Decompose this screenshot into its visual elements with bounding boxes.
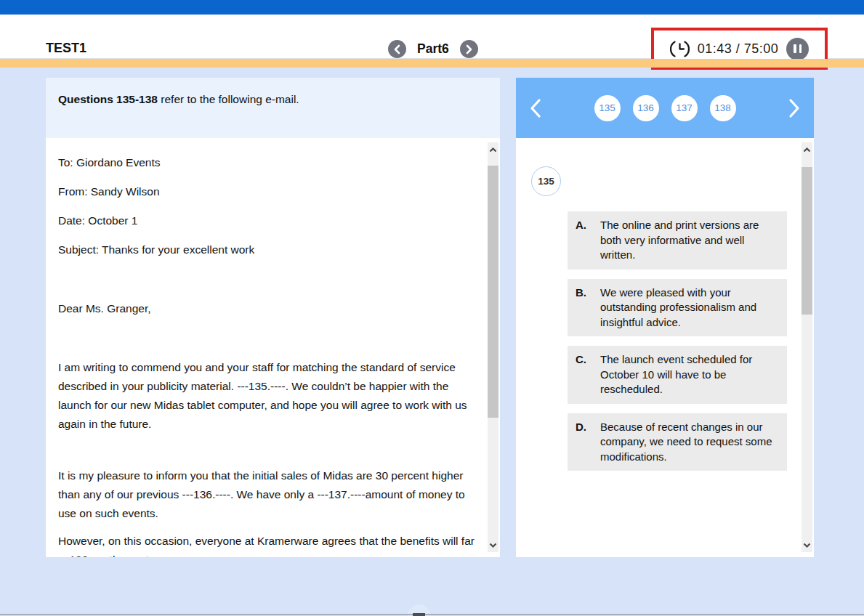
answer-option-d[interactable]: D. Because of recent changes in our comp… xyxy=(568,413,787,471)
email-paragraph: I am writing to commend you and your sta… xyxy=(58,358,475,434)
scrollbar-thumb[interactable] xyxy=(488,166,498,418)
option-letter: B. xyxy=(576,285,600,331)
previous-part-button[interactable] xyxy=(388,40,406,58)
current-question-badge: 135 xyxy=(531,166,561,196)
chevron-left-icon xyxy=(529,98,542,118)
answer-options: A. The online and print versions are bot… xyxy=(568,211,787,480)
email-paragraph: It is my pleasure to inform you that the… xyxy=(58,466,475,523)
passage-panel: Questions 135-138 refer to the following… xyxy=(46,78,500,557)
passage-title-questions-range: Questions 135-138 xyxy=(58,93,158,105)
chevron-left-icon xyxy=(393,44,401,54)
questions-next-button[interactable] xyxy=(788,98,801,118)
passage-scrollbar[interactable] xyxy=(488,142,498,552)
chevron-right-icon xyxy=(465,44,473,54)
accent-strip xyxy=(0,59,864,68)
passage-title: Questions 135-138 refer to the following… xyxy=(46,78,500,138)
next-part-button[interactable] xyxy=(460,40,478,58)
timer-text: 01:43 / 75:00 xyxy=(698,41,779,57)
question-nav-bar: 135 136 137 138 xyxy=(516,78,814,138)
email-passage: To: Giordano Events From: Sandy Wilson D… xyxy=(46,138,488,557)
option-letter: C. xyxy=(576,352,600,397)
scrollbar-thumb[interactable] xyxy=(802,167,812,315)
scroll-up-arrow-icon[interactable] xyxy=(488,144,498,155)
email-paragraph: However, on this occasion, everyone at K… xyxy=(58,532,475,557)
top-blue-bar xyxy=(0,0,864,15)
option-text: The launch event scheduled for October 1… xyxy=(600,352,780,397)
test-title: TEST1 xyxy=(46,41,86,56)
chevron-right-icon xyxy=(788,98,801,118)
clock-icon xyxy=(670,39,690,59)
option-text: Because of recent changes in our company… xyxy=(600,420,780,465)
answer-option-a[interactable]: A. The online and print versions are bot… xyxy=(568,211,787,270)
email-subject-line: Subject: Thanks for your excellent work xyxy=(58,240,475,259)
question-number-137[interactable]: 137 xyxy=(671,95,698,121)
email-greeting: Dear Ms. Granger, xyxy=(58,299,475,318)
answers-scrollbar[interactable] xyxy=(802,142,812,552)
scroll-up-arrow-icon[interactable] xyxy=(802,144,812,155)
email-date-line: Date: October 1 xyxy=(58,211,475,230)
option-text: The online and print versions are both v… xyxy=(600,218,780,263)
answer-area: 135 A. The online and print versions are… xyxy=(516,138,803,557)
answer-option-b[interactable]: B. We were pleased with your outstanding… xyxy=(568,279,787,337)
question-number-135[interactable]: 135 xyxy=(594,95,621,121)
part-navigation: Part6 xyxy=(388,40,478,58)
option-text: We were pleased with your outstanding pr… xyxy=(600,285,780,331)
option-letter: A. xyxy=(576,218,600,263)
part-label: Part6 xyxy=(417,41,449,57)
question-number-group: 135 136 137 138 xyxy=(594,95,736,121)
bottom-scroll-handle[interactable] xyxy=(413,613,425,616)
pause-icon xyxy=(794,44,796,53)
scroll-down-arrow-icon[interactable] xyxy=(802,539,812,551)
passage-title-rest: refer to the following e-mail. xyxy=(158,93,299,105)
email-from-line: From: Sandy Wilson xyxy=(58,182,475,201)
question-panel: 135 136 137 138 135 A. The online and pr… xyxy=(516,78,814,557)
email-to-line: To: Giordano Events xyxy=(58,153,475,172)
bottom-edge-line xyxy=(0,614,864,615)
option-letter: D. xyxy=(576,420,600,465)
scroll-down-arrow-icon[interactable] xyxy=(488,539,498,551)
header-bar: TEST1 Part6 01:43 / 75:00 xyxy=(0,15,864,59)
question-number-138[interactable]: 138 xyxy=(710,95,736,121)
questions-prev-button[interactable] xyxy=(529,98,542,118)
question-number-136[interactable]: 136 xyxy=(633,95,659,121)
answer-option-c[interactable]: C. The launch event scheduled for Octobe… xyxy=(568,346,787,404)
pause-button[interactable] xyxy=(786,38,809,60)
